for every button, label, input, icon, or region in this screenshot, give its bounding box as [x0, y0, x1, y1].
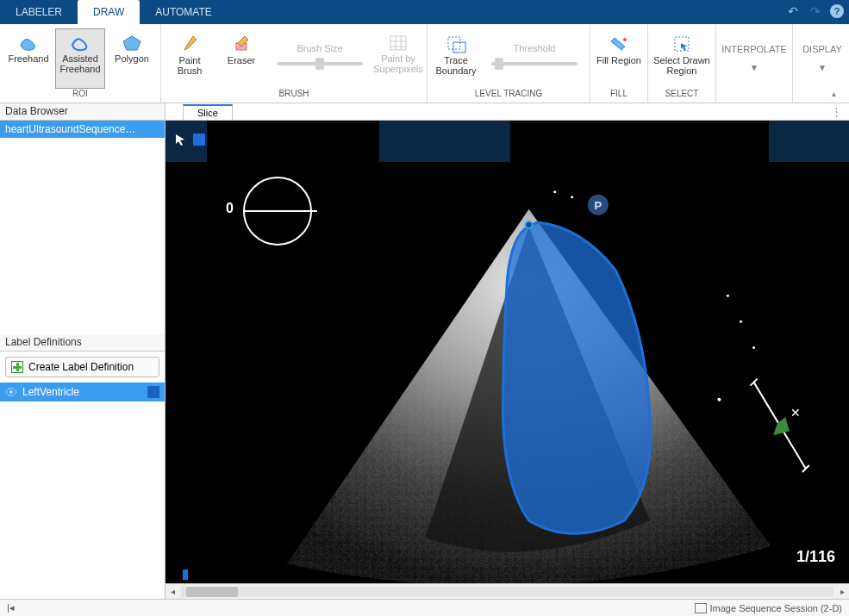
freehand-icon [18, 34, 39, 52]
brush-size-slider[interactable]: Brush Size [268, 43, 371, 74]
label-definitions-header: Label Definitions [0, 334, 165, 352]
slice-tabbar: Slice ⋮ [165, 103, 849, 121]
svg-text:✕: ✕ [790, 406, 801, 420]
fill-region-icon [609, 34, 628, 53]
data-browser-header: Data Browser [0, 103, 165, 121]
image-viewer[interactable]: P ✕ 0 [165, 121, 849, 583]
display-dropdown[interactable]: DISPLAY ▼ [796, 28, 848, 88]
tab-draw[interactable]: DRAW [78, 0, 140, 24]
scroll-left-icon[interactable]: ◂ [165, 587, 179, 596]
label-name: LeftVentricle [22, 386, 79, 398]
left-panel: Data Browser heartUltrasoundSequence… La… [0, 103, 165, 599]
svg-point-7 [9, 390, 13, 394]
scale-marker: ✕ [751, 379, 809, 472]
freehand-button[interactable]: Freehand [3, 28, 53, 89]
tab-labeler[interactable]: LABELER [0, 0, 78, 24]
ribbon: Freehand Assisted Freehand Polygon ROI P… [0, 24, 849, 103]
top-tabstrip: LABELER DRAW AUTOMATE ↶ ↷ ? [0, 0, 849, 24]
canvas-panel: Slice ⋮ [165, 103, 849, 599]
svg-point-16 [727, 295, 729, 297]
ribbon-group-interpolate: INTERPOLATE ▼ [716, 24, 793, 103]
svg-rect-4 [453, 42, 465, 53]
label-definition-row[interactable]: LeftVentricle [0, 383, 165, 401]
ribbon-group-fill: Fill Region FILL [590, 24, 648, 103]
plus-icon [11, 361, 23, 373]
redo-icon[interactable]: ↷ [808, 3, 823, 19]
ribbon-group-level: Trace Boundary Threshold LEVEL TRACING [428, 24, 590, 103]
paint-by-superpixels-button: Paint by Superpixels [373, 28, 423, 89]
paint-brush-button[interactable]: Paint Brush [165, 28, 215, 89]
svg-marker-0 [123, 36, 140, 50]
status-bar: |◂ Image Sequence Session (2-D) [0, 599, 849, 616]
svg-text:P: P [595, 199, 602, 212]
create-label-definition-button[interactable]: Create Label Definition [5, 357, 159, 377]
ribbon-group-brush: Paint Brush Eraser Brush Size Paint by S… [161, 24, 428, 103]
eraser-icon [233, 34, 250, 53]
svg-point-19 [717, 398, 721, 401]
main-area: Data Browser heartUltrasoundSequence… La… [0, 103, 849, 599]
tab-automate[interactable]: AUTOMATE [140, 0, 228, 24]
undo-icon[interactable]: ↶ [785, 3, 801, 19]
group-label-fill: FILL [610, 89, 627, 101]
data-browser-item[interactable]: heartUltrasoundSequence… [0, 121, 165, 138]
group-label-level: LEVEL TRACING [475, 89, 542, 101]
group-label-roi: ROI [72, 89, 88, 101]
ribbon-group-roi: Freehand Assisted Freehand Polygon ROI [0, 24, 161, 103]
data-browser-body: heartUltrasoundSequence… [0, 121, 165, 334]
trace-boundary-button[interactable]: Trace Boundary [431, 28, 481, 89]
slice-tab[interactable]: Slice [183, 104, 233, 120]
svg-point-14 [553, 190, 556, 193]
svg-rect-3 [448, 37, 460, 49]
ribbon-collapse-icon[interactable]: ▴ [832, 89, 844, 101]
film-position-tick[interactable] [183, 569, 188, 580]
threshold-slider[interactable]: Threshold [483, 43, 586, 74]
polygon-icon [122, 34, 142, 52]
paint-brush-icon [181, 34, 198, 53]
superpixels-icon [389, 34, 408, 52]
group-label-select: SELECT [665, 89, 699, 101]
slice-tab-options-icon[interactable]: ⋮ [831, 105, 842, 118]
session-type-label: Image Sequence Session (2-D) [710, 603, 842, 613]
chevron-down-icon: ▼ [818, 63, 827, 72]
svg-point-17 [740, 320, 742, 323]
chevron-down-icon: ▼ [750, 63, 758, 72]
roi-start-handle[interactable] [526, 221, 533, 228]
roi-left-ventricle[interactable] [503, 222, 650, 533]
session-type-icon [695, 603, 707, 613]
scroll-right-icon[interactable]: ▸ [835, 587, 849, 596]
select-drawn-region-button[interactable]: Select Drawn Region [652, 28, 712, 89]
visibility-icon[interactable] [5, 386, 17, 398]
assisted-freehand-icon [70, 34, 91, 52]
trace-boundary-icon [446, 34, 466, 53]
goto-start-icon[interactable]: |◂ [7, 602, 19, 613]
svg-point-5 [623, 38, 627, 41]
svg-rect-2 [390, 36, 406, 50]
fill-region-button[interactable]: Fill Region [594, 28, 644, 89]
viewer-horizontal-scrollbar[interactable]: ◂ ▸ [165, 583, 849, 599]
orientation-compass: 0 [243, 177, 312, 246]
scrollbar-thumb[interactable] [186, 587, 238, 597]
interpolate-dropdown[interactable]: INTERPOLATE ▼ [720, 28, 789, 88]
ribbon-group-select: Select Drawn Region SELECT [648, 24, 716, 103]
select-region-icon [672, 34, 691, 53]
eraser-button[interactable]: Eraser [216, 28, 266, 89]
assisted-freehand-button[interactable]: Assisted Freehand [55, 28, 105, 89]
frame-counter: 1/116 [796, 548, 835, 566]
svg-point-15 [571, 196, 573, 198]
help-icon[interactable]: ? [830, 4, 844, 18]
polygon-button[interactable]: Polygon [107, 28, 157, 89]
group-label-brush: BRUSH [278, 89, 309, 101]
label-definitions-body: Create Label Definition LeftVentricle [0, 352, 165, 599]
label-color-swatch[interactable] [147, 386, 159, 398]
svg-point-18 [752, 346, 755, 349]
